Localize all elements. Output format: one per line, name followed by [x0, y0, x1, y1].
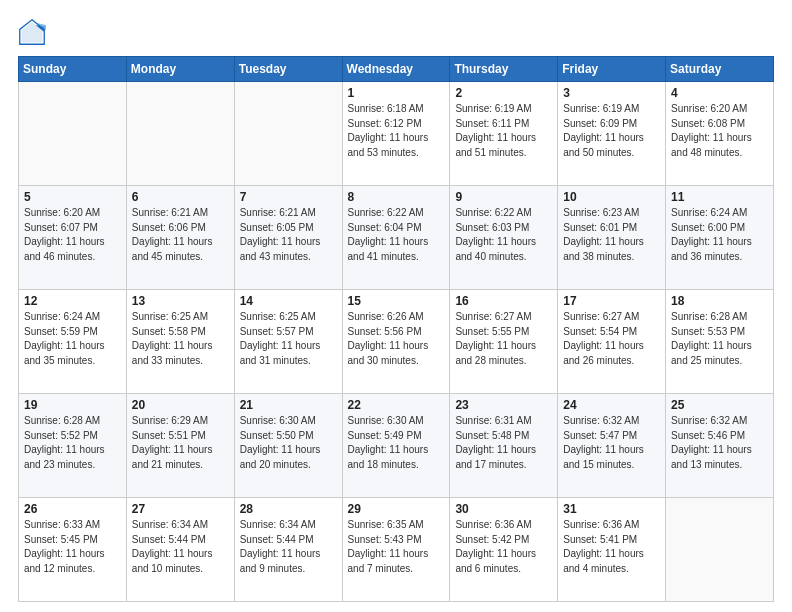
weekday-header-saturday: Saturday: [666, 57, 774, 82]
day-info: Sunrise: 6:30 AM Sunset: 5:49 PM Dayligh…: [348, 414, 445, 472]
calendar-cell: 23Sunrise: 6:31 AM Sunset: 5:48 PM Dayli…: [450, 394, 558, 498]
calendar-cell: 19Sunrise: 6:28 AM Sunset: 5:52 PM Dayli…: [19, 394, 127, 498]
day-number: 5: [24, 190, 121, 204]
day-number: 20: [132, 398, 229, 412]
day-number: 4: [671, 86, 768, 100]
day-number: 23: [455, 398, 552, 412]
weekday-header-row: SundayMondayTuesdayWednesdayThursdayFrid…: [19, 57, 774, 82]
day-number: 7: [240, 190, 337, 204]
day-number: 31: [563, 502, 660, 516]
day-number: 3: [563, 86, 660, 100]
day-number: 18: [671, 294, 768, 308]
day-info: Sunrise: 6:33 AM Sunset: 5:45 PM Dayligh…: [24, 518, 121, 576]
calendar-cell: 20Sunrise: 6:29 AM Sunset: 5:51 PM Dayli…: [126, 394, 234, 498]
day-number: 10: [563, 190, 660, 204]
calendar-cell: 25Sunrise: 6:32 AM Sunset: 5:46 PM Dayli…: [666, 394, 774, 498]
day-number: 11: [671, 190, 768, 204]
calendar-cell: 14Sunrise: 6:25 AM Sunset: 5:57 PM Dayli…: [234, 290, 342, 394]
calendar-cell: 11Sunrise: 6:24 AM Sunset: 6:00 PM Dayli…: [666, 186, 774, 290]
calendar-cell: 1Sunrise: 6:18 AM Sunset: 6:12 PM Daylig…: [342, 82, 450, 186]
day-info: Sunrise: 6:22 AM Sunset: 6:04 PM Dayligh…: [348, 206, 445, 264]
week-row-2: 5Sunrise: 6:20 AM Sunset: 6:07 PM Daylig…: [19, 186, 774, 290]
calendar-cell: 10Sunrise: 6:23 AM Sunset: 6:01 PM Dayli…: [558, 186, 666, 290]
day-info: Sunrise: 6:24 AM Sunset: 6:00 PM Dayligh…: [671, 206, 768, 264]
day-info: Sunrise: 6:22 AM Sunset: 6:03 PM Dayligh…: [455, 206, 552, 264]
calendar-cell: 31Sunrise: 6:36 AM Sunset: 5:41 PM Dayli…: [558, 498, 666, 602]
day-info: Sunrise: 6:26 AM Sunset: 5:56 PM Dayligh…: [348, 310, 445, 368]
day-info: Sunrise: 6:21 AM Sunset: 6:06 PM Dayligh…: [132, 206, 229, 264]
day-number: 26: [24, 502, 121, 516]
calendar-cell: 16Sunrise: 6:27 AM Sunset: 5:55 PM Dayli…: [450, 290, 558, 394]
day-info: Sunrise: 6:29 AM Sunset: 5:51 PM Dayligh…: [132, 414, 229, 472]
calendar-cell: [234, 82, 342, 186]
weekday-header-wednesday: Wednesday: [342, 57, 450, 82]
calendar-cell: 30Sunrise: 6:36 AM Sunset: 5:42 PM Dayli…: [450, 498, 558, 602]
calendar-cell: 27Sunrise: 6:34 AM Sunset: 5:44 PM Dayli…: [126, 498, 234, 602]
day-number: 14: [240, 294, 337, 308]
day-info: Sunrise: 6:28 AM Sunset: 5:53 PM Dayligh…: [671, 310, 768, 368]
calendar-cell: 24Sunrise: 6:32 AM Sunset: 5:47 PM Dayli…: [558, 394, 666, 498]
calendar-cell: 17Sunrise: 6:27 AM Sunset: 5:54 PM Dayli…: [558, 290, 666, 394]
day-number: 29: [348, 502, 445, 516]
calendar-cell: 6Sunrise: 6:21 AM Sunset: 6:06 PM Daylig…: [126, 186, 234, 290]
day-info: Sunrise: 6:35 AM Sunset: 5:43 PM Dayligh…: [348, 518, 445, 576]
day-info: Sunrise: 6:20 AM Sunset: 6:08 PM Dayligh…: [671, 102, 768, 160]
day-info: Sunrise: 6:18 AM Sunset: 6:12 PM Dayligh…: [348, 102, 445, 160]
weekday-header-friday: Friday: [558, 57, 666, 82]
calendar-cell: 22Sunrise: 6:30 AM Sunset: 5:49 PM Dayli…: [342, 394, 450, 498]
day-number: 16: [455, 294, 552, 308]
calendar-cell: 12Sunrise: 6:24 AM Sunset: 5:59 PM Dayli…: [19, 290, 127, 394]
day-info: Sunrise: 6:36 AM Sunset: 5:42 PM Dayligh…: [455, 518, 552, 576]
calendar-cell: 13Sunrise: 6:25 AM Sunset: 5:58 PM Dayli…: [126, 290, 234, 394]
calendar-cell: [19, 82, 127, 186]
calendar-cell: 7Sunrise: 6:21 AM Sunset: 6:05 PM Daylig…: [234, 186, 342, 290]
day-number: 24: [563, 398, 660, 412]
weekday-header-monday: Monday: [126, 57, 234, 82]
day-info: Sunrise: 6:31 AM Sunset: 5:48 PM Dayligh…: [455, 414, 552, 472]
calendar-cell: 18Sunrise: 6:28 AM Sunset: 5:53 PM Dayli…: [666, 290, 774, 394]
day-number: 30: [455, 502, 552, 516]
day-number: 25: [671, 398, 768, 412]
day-info: Sunrise: 6:27 AM Sunset: 5:55 PM Dayligh…: [455, 310, 552, 368]
day-info: Sunrise: 6:27 AM Sunset: 5:54 PM Dayligh…: [563, 310, 660, 368]
day-info: Sunrise: 6:32 AM Sunset: 5:46 PM Dayligh…: [671, 414, 768, 472]
calendar-cell: [666, 498, 774, 602]
day-info: Sunrise: 6:32 AM Sunset: 5:47 PM Dayligh…: [563, 414, 660, 472]
calendar-page: SundayMondayTuesdayWednesdayThursdayFrid…: [0, 0, 792, 612]
calendar-cell: 28Sunrise: 6:34 AM Sunset: 5:44 PM Dayli…: [234, 498, 342, 602]
day-number: 12: [24, 294, 121, 308]
day-number: 1: [348, 86, 445, 100]
day-number: 27: [132, 502, 229, 516]
calendar-cell: 15Sunrise: 6:26 AM Sunset: 5:56 PM Dayli…: [342, 290, 450, 394]
calendar-cell: 3Sunrise: 6:19 AM Sunset: 6:09 PM Daylig…: [558, 82, 666, 186]
day-number: 15: [348, 294, 445, 308]
day-number: 9: [455, 190, 552, 204]
weekday-header-sunday: Sunday: [19, 57, 127, 82]
calendar-cell: 29Sunrise: 6:35 AM Sunset: 5:43 PM Dayli…: [342, 498, 450, 602]
day-number: 19: [24, 398, 121, 412]
day-number: 6: [132, 190, 229, 204]
day-info: Sunrise: 6:34 AM Sunset: 5:44 PM Dayligh…: [240, 518, 337, 576]
week-row-3: 12Sunrise: 6:24 AM Sunset: 5:59 PM Dayli…: [19, 290, 774, 394]
calendar-cell: 26Sunrise: 6:33 AM Sunset: 5:45 PM Dayli…: [19, 498, 127, 602]
day-info: Sunrise: 6:19 AM Sunset: 6:11 PM Dayligh…: [455, 102, 552, 160]
day-info: Sunrise: 6:25 AM Sunset: 5:57 PM Dayligh…: [240, 310, 337, 368]
day-number: 21: [240, 398, 337, 412]
day-number: 28: [240, 502, 337, 516]
day-number: 13: [132, 294, 229, 308]
day-info: Sunrise: 6:25 AM Sunset: 5:58 PM Dayligh…: [132, 310, 229, 368]
logo-icon: [18, 18, 46, 46]
day-info: Sunrise: 6:36 AM Sunset: 5:41 PM Dayligh…: [563, 518, 660, 576]
day-number: 8: [348, 190, 445, 204]
calendar-cell: 5Sunrise: 6:20 AM Sunset: 6:07 PM Daylig…: [19, 186, 127, 290]
week-row-5: 26Sunrise: 6:33 AM Sunset: 5:45 PM Dayli…: [19, 498, 774, 602]
calendar-cell: 8Sunrise: 6:22 AM Sunset: 6:04 PM Daylig…: [342, 186, 450, 290]
calendar-cell: 4Sunrise: 6:20 AM Sunset: 6:08 PM Daylig…: [666, 82, 774, 186]
day-info: Sunrise: 6:19 AM Sunset: 6:09 PM Dayligh…: [563, 102, 660, 160]
week-row-1: 1Sunrise: 6:18 AM Sunset: 6:12 PM Daylig…: [19, 82, 774, 186]
day-number: 2: [455, 86, 552, 100]
day-number: 17: [563, 294, 660, 308]
header: [18, 18, 774, 46]
calendar-cell: 21Sunrise: 6:30 AM Sunset: 5:50 PM Dayli…: [234, 394, 342, 498]
day-info: Sunrise: 6:23 AM Sunset: 6:01 PM Dayligh…: [563, 206, 660, 264]
